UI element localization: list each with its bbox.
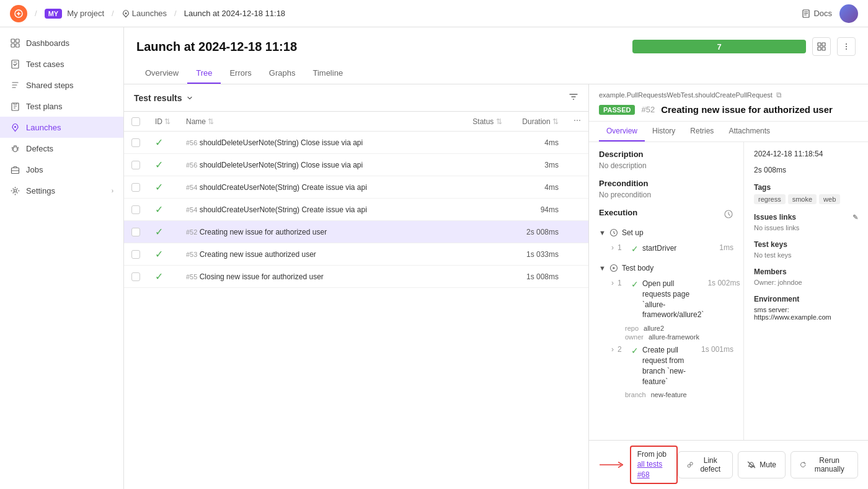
detail-header: example.PullRequestsWebTest.shouldCreate… xyxy=(589,84,868,122)
row-checkbox[interactable] xyxy=(131,183,140,192)
tag-item: web xyxy=(819,194,840,204)
main-tabs: Overview Tree Errors Graphs Timeline xyxy=(136,63,856,84)
launches-link[interactable]: Launches xyxy=(122,9,167,19)
execution-label: Execution xyxy=(599,208,637,217)
select-all-checkbox[interactable] xyxy=(131,117,140,126)
bug-icon xyxy=(10,143,20,153)
sidebar-item-settings[interactable]: Settings › xyxy=(0,180,123,201)
row-checkbox[interactable] xyxy=(131,205,140,214)
row-checkbox[interactable] xyxy=(131,161,140,169)
svg-point-22 xyxy=(579,120,580,121)
bottom-actions: Link defect Mute Rerun manually xyxy=(678,451,858,478)
detail-tab-retries[interactable]: Retries xyxy=(683,122,721,141)
test-keys-section: Test keys No test keys xyxy=(754,240,858,259)
table-row[interactable]: ✓ #53 Creating new issue authorized user… xyxy=(124,243,588,266)
app-logo[interactable] xyxy=(10,5,27,22)
more-options-button[interactable] xyxy=(837,37,856,56)
view-toggle-button[interactable] xyxy=(812,37,831,56)
from-job-indicator: From job all tests #68 xyxy=(599,446,678,484)
env-key: sms server: xyxy=(754,306,858,313)
setup-collapse[interactable]: ▼ Set up xyxy=(599,225,733,241)
row-duration: 4ms xyxy=(515,176,566,199)
description-label: Description xyxy=(599,150,733,159)
row-checkbox[interactable] xyxy=(131,138,140,147)
link-defect-button[interactable]: Link defect xyxy=(678,451,733,478)
step2-name: Create pull request from branch `new-fea… xyxy=(642,345,698,387)
sidebar-item-launches[interactable]: Launches xyxy=(0,117,123,138)
detail-sidebar: 2024-12-18 11:18:54 2s 008ms Tags regres… xyxy=(744,142,868,440)
test-results-table: ID ⇅ Name ⇅ Status ⇅ Duration ⇅ ✓ #56 s xyxy=(124,112,588,489)
row-duration: 1s 033ms xyxy=(515,243,566,266)
play-icon xyxy=(609,264,618,272)
environment-section: Environment sms server: https://www.exam… xyxy=(754,295,858,321)
tab-tree[interactable]: Tree xyxy=(187,63,221,84)
test-keys-value: No test keys xyxy=(754,251,858,259)
rerun-button[interactable]: Rerun manually xyxy=(790,451,858,478)
step2-num: 2 xyxy=(618,345,627,354)
tag-item: regress xyxy=(754,194,786,204)
row-checkbox[interactable] xyxy=(131,250,140,259)
tab-overview[interactable]: Overview xyxy=(136,63,187,84)
detail-tabs: Overview History Retries Attachments xyxy=(589,122,868,142)
table-row[interactable]: ✓ #54 shouldCreateUserNote(String) Creat… xyxy=(124,176,588,199)
step-expand-icon[interactable]: › xyxy=(611,243,614,252)
mute-label: Mute xyxy=(760,460,776,469)
row-id: #55 xyxy=(186,273,197,280)
step2-duration: 1s 001ms xyxy=(701,345,733,354)
table-row[interactable]: ✓ #56 shouldDeleteUserNote(String) Close… xyxy=(124,132,588,154)
execution-header: Execution xyxy=(599,208,733,220)
from-job-label: From job xyxy=(637,449,670,460)
step1-expand-icon[interactable]: › xyxy=(611,279,614,287)
detail-content: Description No description Precondition … xyxy=(589,142,868,440)
tab-graphs[interactable]: Graphs xyxy=(260,63,304,84)
table-row[interactable]: ✓ #55 Closing new issue for authorized u… xyxy=(124,266,588,288)
svg-point-19 xyxy=(846,48,847,50)
briefcase-icon xyxy=(10,164,20,174)
param3-val: new-feature xyxy=(651,391,687,398)
detail-tab-overview[interactable]: Overview xyxy=(599,122,645,141)
row-name: Creating new issue authorized user xyxy=(200,250,316,259)
col-more xyxy=(566,112,588,132)
main-content: Launch at 2024-12-18 11:18 7 Overview Tr… xyxy=(124,27,868,489)
sidebar-label-shared-steps: Shared steps xyxy=(26,81,74,90)
svg-rect-7 xyxy=(12,60,19,68)
row-status-icon: ✓ xyxy=(155,159,163,170)
mute-button[interactable]: Mute xyxy=(738,451,786,478)
user-avatar[interactable] xyxy=(839,4,858,23)
status-badge: PASSED xyxy=(599,105,635,115)
setup-label: Set up xyxy=(622,228,644,237)
precondition-value: No precondition xyxy=(599,191,733,199)
bottom-bar: From job all tests #68 Link defect Mute xyxy=(589,440,868,489)
edit-issues-icon[interactable]: ✎ xyxy=(852,213,858,222)
sidebar-item-dashboards[interactable]: Dashboards xyxy=(0,32,123,53)
description-value: No description xyxy=(599,161,733,170)
project-link[interactable]: My project xyxy=(67,9,104,18)
sidebar-item-defects[interactable]: Defects xyxy=(0,138,123,159)
table-row[interactable]: ✓ #52 Creating new issue for authorized … xyxy=(124,221,588,243)
svg-point-21 xyxy=(577,120,578,121)
docs-link[interactable]: Docs xyxy=(801,9,832,19)
topbar-right: Docs xyxy=(801,4,858,23)
detail-tab-history[interactable]: History xyxy=(645,122,683,141)
tab-errors[interactable]: Errors xyxy=(221,63,260,84)
sidebar-label-dashboards: Dashboards xyxy=(26,38,69,48)
sidebar-item-test-cases[interactable]: Test cases xyxy=(0,53,123,74)
table-row[interactable]: ✓ #54 shouldCreateUserNote(String) Creat… xyxy=(124,199,588,221)
step2-expand-icon[interactable]: › xyxy=(611,345,614,354)
tab-timeline[interactable]: Timeline xyxy=(304,63,352,84)
row-duration: 1s 008ms xyxy=(515,266,566,288)
copy-path-button[interactable]: ⧉ xyxy=(776,91,782,99)
filter-button[interactable] xyxy=(569,92,578,104)
test-results-title[interactable]: Test results xyxy=(134,93,193,103)
table-row[interactable]: ✓ #56 shouldDeleteUserNote(String) Close… xyxy=(124,154,588,176)
from-job-link-text[interactable]: all tests #68 xyxy=(637,459,670,480)
row-name: Closing new issue for authorized user xyxy=(200,272,324,281)
sidebar-item-jobs[interactable]: Jobs xyxy=(0,159,123,180)
row-checkbox[interactable] xyxy=(131,228,140,236)
row-duration: 2s 008ms xyxy=(515,221,566,243)
detail-tab-attachments[interactable]: Attachments xyxy=(721,122,777,141)
row-checkbox[interactable] xyxy=(131,272,140,281)
sidebar-item-shared-steps[interactable]: Shared steps xyxy=(0,74,123,96)
sidebar-item-test-plans[interactable]: Test plans xyxy=(0,96,123,117)
test-body-collapse[interactable]: ▼ Test body xyxy=(599,260,733,276)
